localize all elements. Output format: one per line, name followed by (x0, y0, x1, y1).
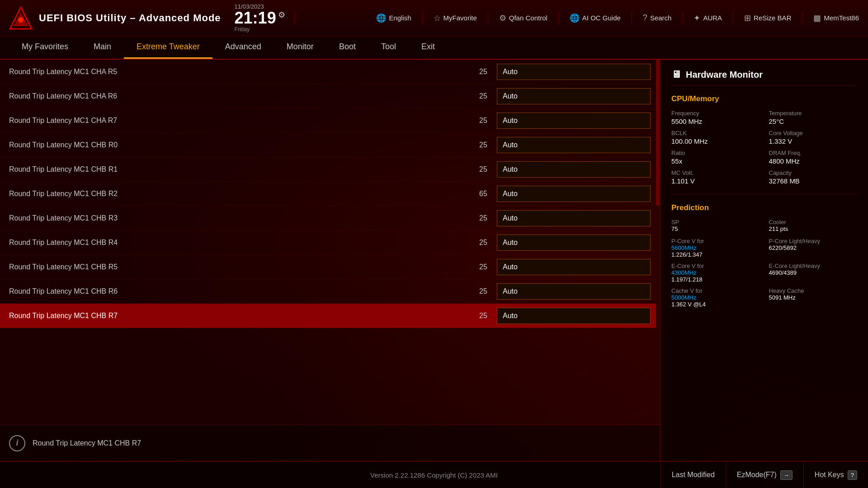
hardware-monitor-panel: 🖥 Hardware Monitor CPU/Memory Frequency … (660, 60, 868, 461)
day-display: Friday (235, 26, 250, 33)
setting-name-8: Round Trip Latency MC1 CHB R5 (9, 263, 470, 271)
table-row[interactable]: Round Trip Latency MC1 CHA R7 25 Auto (0, 108, 660, 133)
sep6 (733, 11, 733, 25)
language-icon: 🌐 (376, 13, 386, 23)
tool-search[interactable]: ? Search (643, 13, 672, 23)
setting-dropdown-4[interactable]: Auto (497, 161, 651, 178)
rog-logo-icon (9, 6, 33, 30)
setting-value-5: 65 (470, 190, 497, 198)
hw-divider (671, 194, 857, 194)
tool-language[interactable]: 🌐 English (376, 13, 411, 23)
last-modified-label: Last Modified (672, 471, 715, 479)
pcore-lh: 6220/5892 (769, 244, 858, 251)
setting-name-0: Round Trip Latency MC1 CHA R5 (9, 68, 470, 76)
time-display: 21:19 (235, 10, 276, 26)
tool-aura[interactable]: ✦ AURA (693, 13, 722, 23)
last-modified-button[interactable]: Last Modified (660, 461, 726, 488)
table-row[interactable]: Round Trip Latency MC1 CHA R5 25 Auto (0, 60, 660, 84)
table-row[interactable]: Round Trip Latency MC1 CHB R2 65 Auto (0, 182, 660, 206)
tool-myfavorite[interactable]: ☆ MyFavorite (434, 13, 477, 23)
nav-exit[interactable]: Exit (409, 36, 448, 59)
table-row[interactable]: Round Trip Latency MC1 CHA R6 25 Auto (0, 84, 660, 108)
setting-dropdown-10[interactable]: Auto (497, 308, 651, 324)
capacity-value: 32768 MB (769, 177, 858, 185)
bclk-item: BCLK 100.00 MHz (671, 130, 760, 145)
pcore-v-label: P-Core V for (671, 238, 760, 244)
sep5 (682, 11, 683, 25)
setting-dropdown-6[interactable]: Auto (497, 210, 651, 226)
nav-monitor[interactable]: Monitor (274, 36, 326, 59)
table-row[interactable]: Round Trip Latency MC1 CHB R7 25 Auto (0, 304, 660, 328)
header-tools: 🌐 English ☆ MyFavorite ⚙ Qfan Control 🌐 … (295, 11, 859, 25)
settings-icon[interactable]: ⚙ (278, 10, 285, 20)
table-row[interactable]: Round Trip Latency MC1 CHB R1 25 Auto (0, 157, 660, 182)
setting-dropdown-2[interactable]: Auto (497, 113, 651, 129)
setting-name-2: Round Trip Latency MC1 CHA R7 (9, 117, 470, 125)
svg-point-2 (18, 17, 24, 23)
capacity-item: Capacity 32768 MB (769, 169, 858, 185)
setting-dropdown-0[interactable]: Auto (497, 64, 651, 80)
hardware-monitor-title: 🖥 Hardware Monitor (671, 69, 857, 85)
ratio-value: 55x (671, 157, 760, 165)
info-area: i Round Trip Latency MC1 CHB R7 (0, 425, 660, 461)
nav-boot[interactable]: Boot (326, 36, 368, 59)
ecore-row: E-Core V for 4300MHz 1.197/1.218 E-Core … (671, 263, 857, 283)
setting-value-7: 25 (470, 239, 497, 247)
setting-name-3: Round Trip Latency MC1 CHB R0 (9, 141, 470, 149)
ratio-item: Ratio 55x (671, 150, 760, 165)
setting-dropdown-3[interactable]: Auto (497, 137, 651, 153)
table-row[interactable]: Round Trip Latency MC1 CHB R3 25 Auto (0, 206, 660, 230)
table-row[interactable]: Round Trip Latency MC1 CHB R0 25 Auto (0, 133, 660, 157)
nav-main[interactable]: Main (81, 36, 124, 59)
setting-dropdown-1[interactable]: Auto (497, 88, 651, 104)
settings-list: Round Trip Latency MC1 CHA R5 25 Auto Ro… (0, 60, 660, 425)
nav-extreme-tweaker[interactable]: Extreme Tweaker (124, 36, 212, 59)
sep1 (422, 11, 423, 25)
setting-dropdown-7[interactable]: Auto (497, 235, 651, 251)
cooler-label: Cooler (769, 219, 858, 225)
table-row[interactable]: Round Trip Latency MC1 CHB R4 25 Auto (0, 230, 660, 255)
nav-my-favorites[interactable]: My Favorites (9, 36, 81, 59)
tool-aioc[interactable]: 🌐 AI OC Guide (570, 13, 621, 23)
sep7 (802, 11, 802, 25)
cache-row: Cache V for 5000MHz 1.362 V @L4 Heavy Ca… (671, 287, 857, 308)
pcore-freq: 5600MHz (671, 244, 760, 251)
setting-value-1: 25 (470, 92, 497, 100)
setting-name-4: Round Trip Latency MC1 CHB R1 (9, 165, 470, 174)
table-row[interactable]: Round Trip Latency MC1 CHB R6 25 Auto (0, 279, 660, 304)
sp-value: 75 (671, 225, 760, 232)
hotkeys-button[interactable]: Hot Keys ? (803, 461, 868, 488)
qfan-icon: ⚙ (499, 13, 506, 23)
navigation-bar: My Favorites Main Extreme Tweaker Advanc… (0, 36, 868, 60)
footer-version: Version 2.22.1286 Copyright (C) 2023 AMI (217, 471, 651, 479)
pcore-v-item: P-Core V for 5600MHz 1.226/1.347 (671, 238, 760, 258)
temperature-value: 25°C (769, 117, 858, 125)
setting-value-3: 25 (470, 141, 497, 149)
table-row[interactable]: Round Trip Latency MC1 CHB R5 25 Auto (0, 255, 660, 279)
nav-advanced[interactable]: Advanced (212, 36, 274, 59)
setting-dropdown-5[interactable]: Auto (497, 186, 651, 202)
scrollbar[interactable] (656, 60, 660, 425)
core-voltage-value: 1.332 V (769, 137, 858, 145)
ezmode-button[interactable]: EzMode(F7) → (726, 461, 803, 488)
tool-memtest[interactable]: ▦ MemTest86 (813, 13, 859, 23)
tool-resizebar[interactable]: ⊞ ReSize BAR (744, 13, 791, 23)
scrollbar-thumb (656, 60, 660, 206)
ecore-v-item: E-Core V for 4300MHz 1.197/1.218 (671, 263, 760, 283)
setting-name-9: Round Trip Latency MC1 CHB R6 (9, 287, 470, 296)
nav-tool[interactable]: Tool (368, 36, 409, 59)
pcore-v: 1.226/1.347 (671, 251, 760, 258)
frequency-value: 5500 MHz (671, 117, 760, 125)
pcore-row: P-Core V for 5600MHz 1.226/1.347 P-Core … (671, 238, 857, 258)
ecore-v-label: E-Core V for (671, 263, 760, 269)
setting-dropdown-8[interactable]: Auto (497, 259, 651, 275)
capacity-label: Capacity (769, 169, 858, 176)
setting-name-1: Round Trip Latency MC1 CHA R6 (9, 92, 470, 100)
tool-qfan[interactable]: ⚙ Qfan Control (499, 13, 547, 23)
cache-v: 1.362 V @L4 (671, 301, 760, 308)
setting-name-6: Round Trip Latency MC1 CHB R3 (9, 214, 470, 222)
prediction-section: Prediction SP 75 Cooler 211 pts P-Core V… (671, 203, 857, 308)
bios-settings-panel: Round Trip Latency MC1 CHA R5 25 Auto Ro… (0, 60, 660, 461)
setting-dropdown-9[interactable]: Auto (497, 283, 651, 300)
bclk-label: BCLK (671, 130, 760, 136)
